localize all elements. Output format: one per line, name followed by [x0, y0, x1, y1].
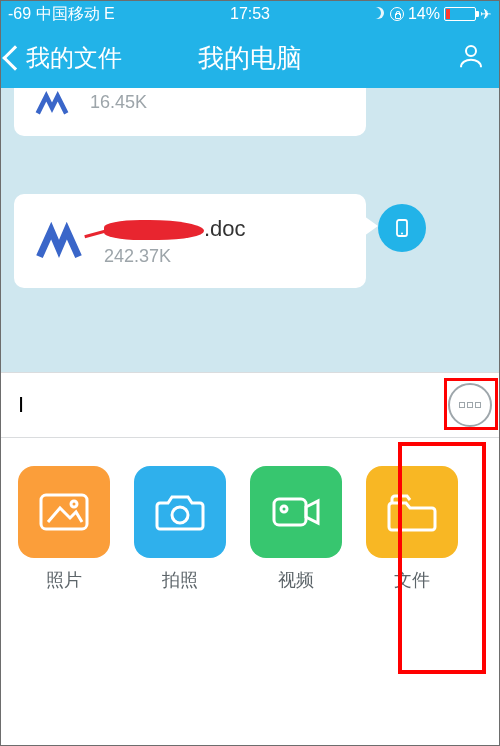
file-size: 16.45K [90, 92, 147, 113]
attach-label: 拍照 [162, 568, 198, 592]
message-bubble[interactable]: .doc 242.37K [14, 194, 366, 288]
chevron-left-icon [2, 45, 27, 70]
carrier-text: -69 中国移动 E [8, 4, 115, 25]
video-icon [250, 466, 342, 558]
svg-point-6 [281, 506, 287, 512]
message-input[interactable] [18, 383, 440, 427]
file-name: .doc [104, 216, 246, 242]
svg-point-3 [71, 501, 77, 507]
do-not-disturb-icon [372, 7, 386, 21]
doc-icon [32, 214, 86, 268]
camera-icon [134, 466, 226, 558]
annotation-highlight-box [444, 378, 498, 430]
attach-camera-button[interactable]: 拍照 [134, 466, 226, 592]
airplane-icon: ✈ [480, 6, 492, 22]
attach-video-button[interactable]: 视频 [250, 466, 342, 592]
page-title: 我的电脑 [198, 41, 302, 76]
annotation-highlight-box [398, 442, 486, 674]
svg-point-4 [172, 507, 188, 523]
orientation-lock-icon [390, 7, 404, 21]
chat-area[interactable]: 16.45K .doc 242.37K [0, 88, 500, 372]
attach-label: 视频 [278, 568, 314, 592]
file-size: 242.37K [104, 246, 246, 267]
status-bar: -69 中国移动 E 17:53 14% ✈ [0, 0, 500, 28]
attach-label: 照片 [46, 568, 82, 592]
battery-icon [444, 7, 476, 21]
redacted-scribble [104, 220, 204, 240]
svg-point-1 [401, 233, 403, 235]
profile-icon [456, 41, 486, 71]
clock: 17:53 [230, 5, 270, 23]
doc-icon [32, 88, 72, 122]
nav-bar: 我的文件 我的电脑 [0, 28, 500, 88]
back-button[interactable]: 我的文件 [6, 42, 122, 74]
attach-photo-button[interactable]: 照片 [18, 466, 110, 592]
back-label: 我的文件 [26, 42, 122, 74]
input-bar [0, 372, 500, 438]
photo-icon [18, 466, 110, 558]
device-icon [390, 216, 414, 240]
battery-percent: 14% [408, 5, 440, 23]
avatar[interactable] [378, 204, 426, 252]
svg-rect-5 [274, 499, 306, 525]
profile-button[interactable] [456, 41, 486, 75]
message-bubble[interactable]: 16.45K [14, 88, 366, 136]
